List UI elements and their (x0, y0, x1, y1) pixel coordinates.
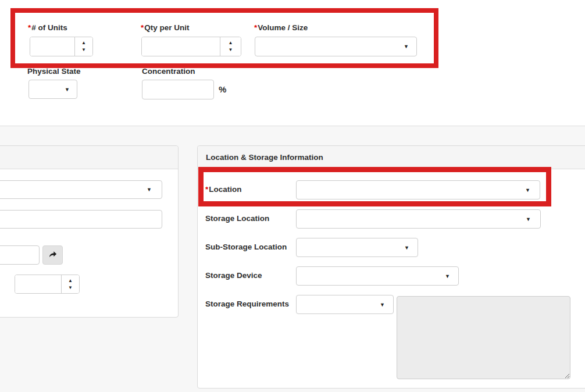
chevron-down-icon: ▼ (380, 302, 385, 308)
location-storage-panel: Location & Storage Information *Location… (197, 145, 585, 389)
chevron-down-icon: ▼ (526, 216, 531, 222)
volume-size-label: *Volume / Size (254, 23, 308, 33)
left-panel-spinner: ▲ ▼ (15, 275, 80, 294)
chevron-down-icon: ▼ (445, 273, 450, 279)
chevron-down-icon: ▼ (65, 87, 70, 92)
required-asterisk: * (205, 185, 208, 194)
volume-size-select[interactable]: ▼ (255, 37, 417, 56)
spinner-down-icon[interactable]: ▼ (229, 48, 233, 52)
left-panel-header (0, 146, 178, 169)
num-units-spin-buttons: ▲ ▼ (74, 37, 92, 56)
qty-per-unit-spinner: ▲ ▼ (141, 37, 241, 56)
concentration-label: Concentration (142, 67, 195, 76)
location-storage-panel-title: Location & Storage Information (198, 153, 323, 162)
sub-storage-location-label: Sub-Storage Location (205, 243, 287, 252)
storage-requirements-label: Storage Requirements (205, 300, 289, 309)
num-units-spinner: ▲ ▼ (30, 37, 93, 56)
required-asterisk: * (141, 23, 144, 32)
required-asterisk: * (254, 23, 257, 32)
storage-location-select[interactable]: ▼ (296, 209, 541, 229)
num-units-label: *# of Units (28, 23, 67, 33)
left-panel-text-input[interactable] (0, 210, 162, 229)
chevron-down-icon: ▼ (404, 245, 409, 251)
left-panel-spin-buttons: ▲ ▼ (61, 275, 79, 293)
storage-device-select[interactable]: ▼ (296, 266, 459, 286)
chevron-down-icon: ▼ (525, 187, 530, 193)
num-units-input[interactable] (30, 37, 74, 56)
physical-state-label: Physical State (27, 67, 81, 76)
spinner-down-icon[interactable]: ▼ (68, 286, 73, 290)
sub-storage-location-select[interactable]: ▼ (296, 238, 418, 257)
storage-requirements-select[interactable]: ▼ (296, 295, 394, 314)
storage-device-label: Storage Device (205, 271, 262, 280)
qty-per-unit-label: *Qty per Unit (141, 23, 190, 33)
storage-requirements-notes[interactable] (397, 296, 570, 379)
chevron-down-icon: ▼ (404, 44, 409, 49)
location-storage-panel-header: Location & Storage Information (198, 146, 585, 169)
left-panel-select[interactable]: Select... ▼ (0, 180, 162, 199)
spinner-up-icon[interactable]: ▲ (81, 41, 86, 45)
forward-lookup-button[interactable] (42, 245, 63, 265)
left-panel: Select... ▼ ▲ ▼ (0, 145, 179, 318)
location-label: *Location (205, 185, 242, 194)
qty-per-unit-input[interactable] (142, 37, 220, 56)
spinner-down-icon[interactable]: ▼ (81, 48, 86, 52)
left-panel-spinner-input[interactable] (15, 275, 61, 293)
qty-per-unit-spin-buttons: ▲ ▼ (220, 37, 241, 56)
storage-location-label: Storage Location (205, 214, 269, 223)
concentration-input[interactable] (142, 80, 214, 99)
share-forward-arrow-icon (48, 250, 58, 261)
spinner-up-icon[interactable]: ▲ (229, 41, 233, 45)
location-select[interactable]: ▼ (296, 180, 540, 199)
chevron-down-icon: ▼ (147, 187, 152, 193)
percent-suffix: % (219, 84, 226, 94)
physical-state-select[interactable]: ▼ (28, 80, 77, 99)
spinner-up-icon[interactable]: ▲ (68, 279, 73, 283)
left-panel-lookup-input[interactable] (0, 245, 40, 265)
form-screen: *# of Units ▲ ▼ *Qty per Unit ▲ ▼ *Volum… (0, 0, 585, 392)
required-asterisk: * (28, 23, 31, 32)
